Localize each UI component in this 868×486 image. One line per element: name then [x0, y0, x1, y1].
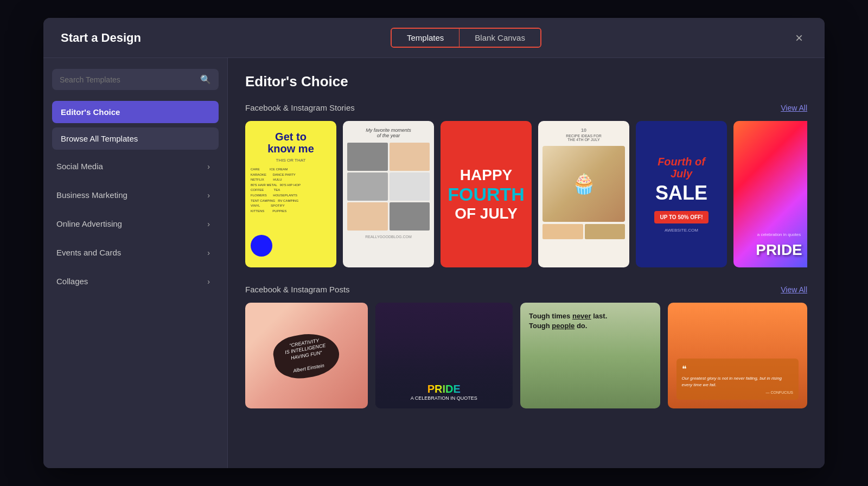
decorative-circle-blue [251, 235, 272, 257]
search-icon: 🔍 [200, 74, 211, 85]
chevron-down-icon: › [207, 248, 210, 257]
photo-cell-2 [390, 143, 430, 171]
card-sale-discount: UP TO 50% OFF! [654, 211, 708, 223]
tab-group: Templates Blank Canvas [391, 28, 541, 48]
sidebar-item-business-marketing[interactable]: Business Marketing › [52, 183, 219, 207]
sidebar: 🔍 Editor's Choice Browse All Templates S… [43, 58, 228, 468]
template-card-fourth-sale[interactable]: Fourth ofJuly SALE UP TO 50% OFF! AWEBSI… [636, 121, 727, 267]
tab-blank-canvas[interactable]: Blank Canvas [459, 29, 540, 47]
card-sale-text: SALE [655, 182, 707, 204]
photo-cell-3 [347, 172, 388, 201]
design-modal: Start a Design Templates Blank Canvas × … [43, 18, 825, 468]
template-card-tough-times[interactable]: Tough times never last. Tough people do. [520, 303, 660, 408]
recipe-cell-1 [542, 224, 583, 239]
modal-header: Start a Design Templates Blank Canvas × [43, 18, 825, 58]
photo-cell-5 [347, 202, 388, 231]
template-card-photo-grid[interactable]: My favorite momentsof the year REALLYGOO… [343, 121, 434, 267]
stories-section-title: Facebook & Instagram Stories [245, 103, 355, 112]
template-card-pride[interactable]: a celebration in quotes PRIDE [733, 121, 807, 267]
card-pride-text: PRIDE [756, 241, 802, 259]
main-content: Editor's Choice Facebook & Instagram Sto… [228, 58, 825, 468]
template-card-get-to-know[interactable]: Get toknow me THIS OR THAT CARE ICE CREA… [245, 121, 336, 267]
sidebar-item-online-advertising[interactable]: Online Advertising › [52, 212, 219, 236]
posts-section-title: Facebook & Instagram Posts [245, 285, 350, 294]
card-recipe-title: RECIPE IDEAS FORTHE 4TH OF JULY [566, 134, 602, 142]
card-list: CARE ICE CREAM KARAOKE DANCE PARTY NETFL… [251, 167, 331, 214]
card-sale-heading: Fourth ofJuly [658, 156, 705, 180]
card-pride-subtitle: a celebration in quotes [757, 232, 801, 237]
card-fourth: FOURTH [448, 184, 525, 205]
confucius-quote-text: Our greatest glory is not in never falli… [682, 375, 794, 388]
confucius-author: — CONFUCIUS [682, 391, 794, 394]
chevron-down-icon: › [207, 277, 210, 286]
chevron-down-icon: › [207, 220, 210, 228]
card-photo-grid-title: My favorite momentsof the year [366, 127, 411, 138]
card-title: Get toknow me [267, 131, 314, 155]
photo-grid [347, 143, 430, 231]
modal-title: Start a Design [61, 31, 141, 45]
posts-grid: "CREATIVITYIS INTELLIGENCEHAVING FUN"Alb… [245, 303, 807, 408]
stories-view-all[interactable]: View All [781, 104, 807, 112]
template-card-confucius[interactable]: ❝ Our greatest glory is not in never fal… [668, 303, 808, 408]
sidebar-item-editors-choice[interactable]: Editor's Choice [52, 101, 219, 123]
card-happy: HAPPY [460, 167, 512, 184]
creativity-quote: "CREATIVITYIS INTELLIGENCEHAVING FUN"Alb… [283, 336, 329, 375]
photo-cell-6 [390, 202, 430, 231]
photo-cell-1 [347, 143, 388, 171]
template-card-recipe[interactable]: 10 RECIPE IDEAS FORTHE 4TH OF JULY 🧁 [538, 121, 629, 267]
card-sale-website: AWEBSITE.COM [665, 228, 698, 233]
pride-post-label: PRIDE [411, 383, 477, 395]
modal-overlay: Start a Design Templates Blank Canvas × … [0, 0, 868, 486]
sidebar-item-social-media[interactable]: Social Media › [52, 154, 219, 178]
photo-cell-4 [390, 172, 430, 201]
template-card-pride-post[interactable]: PRIDE A CELEBRATION IN QUOTES [375, 303, 513, 408]
confucius-quote-box: ❝ Our greatest glory is not in never fal… [676, 359, 799, 400]
chevron-down-icon: › [207, 162, 210, 171]
sidebar-item-collages[interactable]: Collages › [52, 269, 219, 293]
card-recipe-grid [542, 224, 625, 239]
posts-view-all[interactable]: View All [781, 285, 807, 294]
stories-section-header: Facebook & Instagram Stories View All [245, 103, 807, 112]
main-heading: Editor's Choice [245, 73, 807, 90]
card-recipe-number: 10 [581, 127, 586, 133]
posts-section-header: Facebook & Instagram Posts View All [245, 285, 807, 294]
creativity-blob: "CREATIVITYIS INTELLIGENCEHAVING FUN"Alb… [271, 329, 342, 383]
card-recipe-image: 🧁 [542, 146, 625, 222]
template-card-creativity[interactable]: "CREATIVITYIS INTELLIGENCEHAVING FUN"Alb… [245, 303, 368, 408]
chevron-down-icon: › [207, 191, 210, 200]
sidebar-item-browse-all[interactable]: Browse All Templates [52, 127, 219, 150]
card-subtitle: THIS OR THAT [276, 158, 306, 163]
recipe-cell-2 [585, 224, 626, 239]
close-button[interactable]: × [791, 28, 807, 48]
tab-templates[interactable]: Templates [392, 29, 459, 47]
tough-times-text: Tough times never last. Tough people do. [529, 311, 607, 331]
search-box[interactable]: 🔍 [52, 69, 219, 90]
pride-post-text: PRIDE A CELEBRATION IN QUOTES [411, 383, 477, 401]
stories-grid: Get toknow me THIS OR THAT CARE ICE CREA… [245, 121, 807, 267]
template-card-fourth-july[interactable]: HAPPY FOURTH OF JULY [441, 121, 532, 267]
modal-body: 🔍 Editor's Choice Browse All Templates S… [43, 58, 825, 468]
pride-post-subtext: A CELEBRATION IN QUOTES [411, 395, 477, 401]
card-website: REALLYGOODBLOG.COM [365, 235, 411, 239]
sidebar-item-events-and-cards[interactable]: Events and Cards › [52, 240, 219, 265]
cupcake-icon: 🧁 [572, 172, 596, 195]
card-of-july: OF JULY [455, 205, 518, 222]
search-input[interactable] [60, 75, 195, 84]
quote-mark-top: ❝ [682, 364, 794, 374]
